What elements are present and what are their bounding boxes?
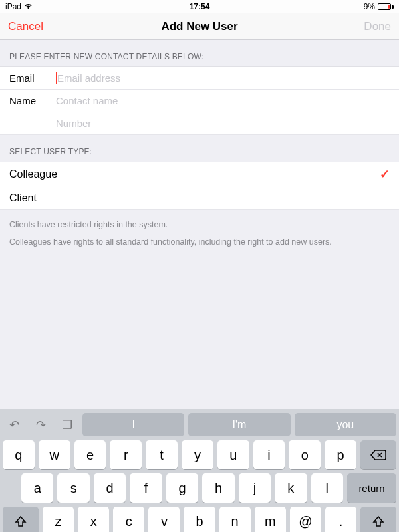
key-d[interactable]: d xyxy=(94,473,126,503)
key-r[interactable]: r xyxy=(110,440,142,469)
key-.[interactable]: . xyxy=(325,507,356,532)
key-q[interactable]: q xyxy=(3,440,35,469)
undo-icon[interactable]: ↶ xyxy=(3,413,25,436)
key-x[interactable]: x xyxy=(78,507,109,532)
key-f[interactable]: f xyxy=(130,473,162,503)
email-field[interactable] xyxy=(57,72,390,84)
option-label: Client xyxy=(9,192,37,204)
user-type-header: Select user type: xyxy=(0,135,399,162)
redo-icon[interactable]: ↷ xyxy=(29,413,52,436)
key-s[interactable]: s xyxy=(57,473,89,503)
option-label: Colleague xyxy=(9,168,57,180)
key-y[interactable]: y xyxy=(182,440,213,469)
key-@[interactable]: @ xyxy=(290,507,321,532)
done-button[interactable]: Done xyxy=(364,20,391,33)
key-m[interactable]: m xyxy=(255,507,286,532)
key-n[interactable]: n xyxy=(219,507,251,532)
text-caret xyxy=(56,72,57,84)
shift-key-right[interactable] xyxy=(360,507,396,532)
return-key[interactable]: return xyxy=(347,473,396,503)
page-title: Add New User xyxy=(161,20,237,33)
shift-key-left[interactable] xyxy=(3,507,39,532)
key-l[interactable]: l xyxy=(311,473,343,503)
key-k[interactable]: k xyxy=(275,473,307,503)
option-client[interactable]: Client xyxy=(0,186,399,210)
email-row[interactable]: Email xyxy=(0,67,399,90)
footer-text-1: Clients have restricted rights in the sy… xyxy=(0,210,399,231)
battery-icon xyxy=(378,3,394,10)
battery-pct: 9% xyxy=(364,2,375,11)
number-row[interactable] xyxy=(0,112,399,135)
key-w[interactable]: w xyxy=(39,440,70,469)
main-content: Please enter new contact details below: … xyxy=(0,40,399,409)
device-label: iPad xyxy=(5,2,21,11)
key-v[interactable]: v xyxy=(148,507,180,532)
suggestion-3[interactable]: you xyxy=(295,413,396,436)
key-u[interactable]: u xyxy=(217,440,249,469)
paste-icon[interactable]: ❐ xyxy=(56,413,78,436)
name-row[interactable]: Name xyxy=(0,90,399,112)
nav-bar: Cancel Add New User Done xyxy=(0,13,399,40)
contact-details-header: Please enter new contact details below: xyxy=(0,40,399,66)
suggestion-1[interactable]: I xyxy=(82,413,184,436)
wifi-icon xyxy=(24,2,33,11)
key-p[interactable]: p xyxy=(325,440,356,469)
keyboard: ↶ ↷ ❐ I I'm you qwertyuiop asdfghjklretu… xyxy=(0,409,399,532)
contact-details-group: Email Name xyxy=(0,66,399,135)
checkmark-icon: ✓ xyxy=(380,167,390,182)
key-a[interactable]: a xyxy=(21,473,53,503)
key-z[interactable]: z xyxy=(43,507,74,532)
key-j[interactable]: j xyxy=(239,473,271,503)
key-e[interactable]: e xyxy=(74,440,106,469)
footer-text-2: Colleagues have rights to all standard f… xyxy=(0,231,399,249)
status-time: 17:54 xyxy=(190,2,210,11)
key-i[interactable]: i xyxy=(253,440,285,469)
backspace-key[interactable] xyxy=(360,440,396,469)
name-label: Name xyxy=(9,95,56,106)
user-type-group: Colleague ✓ Client xyxy=(0,162,399,210)
email-label: Email xyxy=(9,72,56,84)
number-field[interactable] xyxy=(56,118,390,129)
key-t[interactable]: t xyxy=(146,440,178,469)
name-field[interactable] xyxy=(56,95,390,106)
option-colleague[interactable]: Colleague ✓ xyxy=(0,162,399,186)
key-g[interactable]: g xyxy=(166,473,198,503)
key-b[interactable]: b xyxy=(184,507,215,532)
key-c[interactable]: c xyxy=(113,507,144,532)
status-bar: iPad 17:54 9% xyxy=(0,0,399,13)
key-o[interactable]: o xyxy=(289,440,321,469)
cancel-button[interactable]: Cancel xyxy=(8,20,43,33)
suggestion-2[interactable]: I'm xyxy=(188,413,290,436)
key-h[interactable]: h xyxy=(202,473,234,503)
